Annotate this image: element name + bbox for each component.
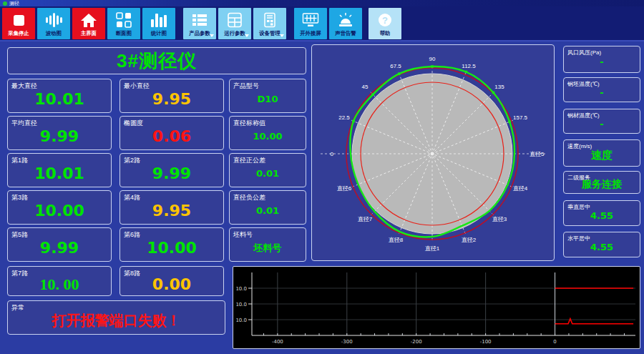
toolbar-button-device-manage[interactable]: 设备管理	[253, 8, 286, 39]
toolbar-button-sound-alarm[interactable]: 声音告警	[329, 8, 362, 39]
home-icon	[72, 11, 105, 29]
field-ovality: 椭圆度 0.06	[119, 116, 224, 150]
svg-text:45: 45	[362, 84, 369, 90]
svg-text:?: ?	[382, 15, 388, 26]
svg-text:157.5: 157.5	[513, 114, 528, 121]
field-channel-7: 第7路 10. 00	[7, 266, 112, 296]
svg-text:10.0: 10.0	[235, 318, 247, 323]
svg-text:0: 0	[553, 339, 556, 345]
field-plus-tolerance: 直径正公差 0.01	[229, 153, 306, 187]
alarm-message: 打开报警端口失败！	[8, 309, 225, 333]
svg-text:直径6: 直径6	[337, 185, 352, 192]
field-minus-tolerance: 直径负公差 0.01	[229, 190, 306, 225]
field-channel-3: 第3路 10.00	[7, 190, 112, 225]
svg-text:-400: -400	[272, 339, 283, 345]
gauge-title: 3#测径仪	[117, 49, 197, 74]
table-icon	[218, 11, 251, 29]
svg-text:-300: -300	[341, 339, 353, 345]
panel-billet-temp: 钢坯温度(℃) -	[563, 77, 640, 102]
svg-text:112.5: 112.5	[462, 63, 476, 69]
svg-text:直径7: 直径7	[358, 216, 373, 222]
grid-views-icon	[107, 11, 140, 29]
toolbar-button-section-view[interactable]: 断面图	[107, 8, 140, 39]
field-max-diameter: 最大直径 10.01	[7, 79, 112, 113]
center-point	[431, 152, 434, 156]
dropdown-caret-icon	[245, 34, 249, 37]
svg-text:直径2: 直径2	[462, 237, 477, 243]
trend-series	[555, 288, 634, 324]
field-nominal-diameter: 直径标称值 10.00	[229, 116, 306, 150]
device-icon	[253, 11, 286, 29]
panel-horizontal-center: 水平居中 4.55	[563, 232, 640, 257]
svg-text:直径1: 直径1	[425, 245, 440, 252]
svg-text:67.5: 67.5	[390, 63, 401, 69]
field-product-model: 产品型号 D10	[229, 79, 306, 113]
svg-text:0: 0	[331, 151, 334, 157]
toolbar-button-product-params[interactable]: 产品参数	[183, 8, 216, 39]
stop-icon	[2, 11, 35, 29]
svg-text:10.0: 10.0	[235, 302, 247, 308]
field-channel-8: 第8路 0.00	[119, 266, 224, 296]
toolbar-button-statistics-chart[interactable]: 统计图	[142, 8, 175, 39]
gauge-title-panel: 3#测径仪	[7, 47, 306, 74]
trend-axis-labels: 10.010.010.0-400-300-200-1000	[235, 286, 556, 345]
toolbar-button-main-screen[interactable]: 主界面	[72, 8, 105, 39]
toolbar: 采集停止 波动图 主界面 断面图 统计图	[0, 6, 644, 41]
svg-text:135: 135	[494, 84, 504, 90]
svg-text:直径5: 直径5	[530, 151, 545, 157]
svg-text:-200: -200	[411, 339, 422, 345]
field-channel-5: 第5路 9.99	[7, 227, 112, 262]
waveform-icon	[37, 11, 70, 29]
field-min-diameter: 最小直径 9.95	[119, 79, 224, 113]
external-screen-icon	[294, 11, 327, 29]
field-billet-no: 坯料号 坯料号	[229, 227, 306, 262]
svg-text:22.5: 22.5	[338, 114, 350, 121]
svg-text:直径8: 直径8	[389, 237, 404, 243]
toolbar-button-stop-capture[interactable]: 采集停止	[2, 8, 35, 39]
cross-section-chart: 0 22.5 45 67.5 90 112.5 135 157.5 直径5 直径…	[311, 44, 555, 261]
bar-chart-icon	[142, 11, 175, 29]
panel-speed: 速度(m/s) 速度	[563, 139, 640, 167]
dropdown-caret-icon	[280, 34, 284, 37]
alarm-siren-icon	[329, 11, 362, 29]
svg-text:90: 90	[429, 56, 436, 62]
list-icon	[183, 11, 216, 29]
dropdown-caret-icon	[210, 34, 214, 37]
svg-text:-100: -100	[480, 339, 492, 345]
toolbar-button-help[interactable]: ? 帮助	[369, 8, 401, 39]
field-channel-4: 第4路 9.95	[119, 190, 224, 225]
panel-steel-temp: 钢材温度(℃) -	[563, 109, 640, 134]
help-icon: ?	[369, 11, 401, 29]
field-avg-diameter: 平均直径 9.99	[7, 116, 112, 150]
trend-gridlines	[248, 272, 635, 335]
toolbar-button-run-params[interactable]: 运行参数	[218, 8, 251, 39]
field-channel-1: 第1路 10.01	[7, 153, 112, 187]
toolbar-button-wave-chart[interactable]: 波动图	[37, 8, 70, 39]
toolbar-button-external-screen[interactable]: 开外接屏	[294, 8, 327, 39]
field-channel-2: 第2路 9.99	[119, 153, 224, 187]
svg-text:直径4: 直径4	[513, 185, 528, 192]
trend-chart: 10.010.010.0-400-300-200-1000	[233, 266, 640, 349]
panel-vertical-center: 垂直居中 4.55	[563, 200, 640, 226]
alarm-panel: 异常 打开报警端口失败！	[7, 300, 225, 335]
svg-text:10.0: 10.0	[235, 286, 247, 292]
titlebar: 测径	[0, 0, 644, 6]
field-channel-6: 第6路 10.00	[119, 227, 224, 262]
app-icon	[3, 1, 7, 6]
panel-l2-service: 二级服务 服务连接	[563, 171, 640, 194]
svg-text:直径3: 直径3	[492, 216, 507, 222]
panel-air-pressure: 风口风压(Pa) -	[563, 46, 640, 73]
window-title: 测径	[9, 1, 19, 6]
